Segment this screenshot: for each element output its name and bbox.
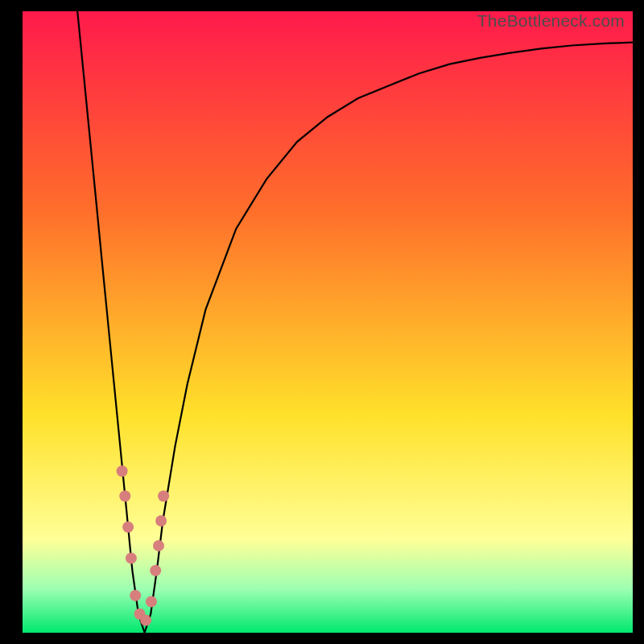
marker-point [119, 490, 130, 502]
marker-point [150, 565, 161, 576]
watermark-text: TheBottleneck.com [477, 11, 625, 31]
marker-point [140, 615, 151, 626]
marker-point [146, 596, 157, 607]
marker-point [130, 590, 141, 601]
marker-point [117, 465, 128, 477]
marker-point [122, 522, 134, 533]
chart-frame: TheBottleneck.com [0, 0, 644, 644]
curve-layer [23, 11, 633, 633]
marker-point [158, 490, 169, 502]
bottleneck-curve [77, 11, 633, 633]
marker-point [153, 540, 164, 551]
marker-point [126, 552, 137, 564]
plot-area: TheBottleneck.com [23, 11, 633, 633]
marker-point [155, 515, 167, 526]
